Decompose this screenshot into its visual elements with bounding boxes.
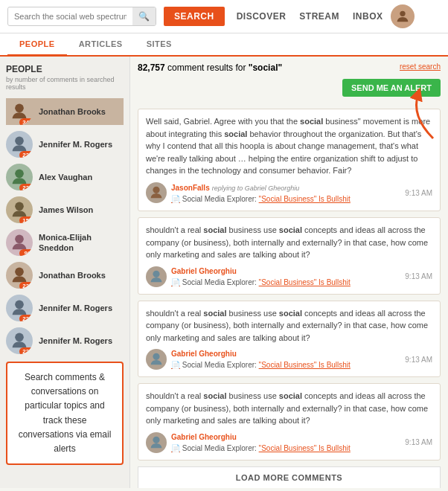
svg-point-0 bbox=[400, 11, 405, 16]
user-avatar[interactable] bbox=[391, 4, 415, 28]
nav-stream[interactable]: STREAM bbox=[299, 11, 339, 22]
person-name: Jennifer M. Rogers bbox=[39, 336, 112, 346]
avatar: 236 bbox=[6, 327, 33, 354]
comment-time: 9:13 AM bbox=[405, 354, 432, 365]
svg-point-7 bbox=[15, 301, 24, 309]
comment-count: 156 bbox=[19, 216, 33, 223]
tab-people[interactable]: PEOPLE bbox=[7, 33, 67, 57]
nav-inbox[interactable]: INBOX bbox=[353, 11, 383, 22]
comment-count: 236 bbox=[19, 347, 33, 354]
main-layout: PEOPLE by number of comments in searched… bbox=[0, 57, 448, 488]
svg-point-5 bbox=[15, 235, 24, 244]
comment-info: JasonFalls replying to Gabriel Gheorghiu… bbox=[171, 182, 400, 205]
content-area: 82,757 comment results for "social" rese… bbox=[130, 57, 448, 488]
comment-text: shouldn't a real social business use soc… bbox=[146, 307, 432, 344]
svg-point-2 bbox=[15, 137, 24, 146]
person-item[interactable]: 236 Jonathan Brooks bbox=[6, 262, 124, 289]
comment-author: JasonFalls replying to Gabriel Gheorghiu bbox=[171, 182, 400, 194]
person-name: Jonathan Brooks bbox=[39, 106, 106, 117]
sidebar: PEOPLE by number of comments in searched… bbox=[0, 57, 130, 488]
comment-source: 📄 Social Media Explorer: "Social Busines… bbox=[171, 193, 400, 205]
svg-point-8 bbox=[15, 333, 24, 342]
commenter-avatar bbox=[146, 349, 167, 370]
svg-point-11 bbox=[153, 353, 159, 360]
search-input[interactable] bbox=[8, 8, 132, 25]
avatar: 236 bbox=[6, 131, 33, 158]
comment-info: Gabriel Gheorghiu 📄 Social Media Explore… bbox=[171, 266, 400, 288]
comment-author: Gabriel Gheorghiu bbox=[171, 348, 400, 359]
tooltip-box: Search comments & conversations on parti… bbox=[6, 362, 124, 465]
comment-card: shouldn't a real social business use soc… bbox=[138, 217, 441, 295]
comment-count: 98 bbox=[19, 249, 33, 256]
person-item[interactable]: 345 Jonathan Brooks bbox=[6, 98, 124, 125]
comment-count: 236 bbox=[19, 151, 33, 158]
comment-card: Well said, Gabriel. Agree with you that … bbox=[138, 109, 441, 211]
person-item[interactable]: 236 Jennifer M. Rogers bbox=[6, 295, 124, 321]
tab-sites[interactable]: SITES bbox=[135, 33, 184, 57]
results-query: "social" bbox=[249, 62, 282, 73]
svg-point-9 bbox=[153, 187, 159, 193]
comment-time: 9:13 AM bbox=[405, 437, 432, 448]
comment-time: 9:13 AM bbox=[405, 271, 432, 282]
comment-author: Gabriel Gheorghiu bbox=[171, 431, 400, 443]
svg-point-3 bbox=[15, 170, 24, 179]
tabs-bar: PEOPLE ARTICLES SITES bbox=[0, 33, 448, 57]
comment-text: shouldn't a real social business use soc… bbox=[146, 390, 432, 427]
person-name: Jennifer M. Rogers bbox=[39, 139, 112, 150]
comment-source: 📄 Social Media Explorer: "Social Busines… bbox=[171, 277, 400, 288]
comment-count: 222 bbox=[19, 184, 33, 190]
sidebar-subtitle: by number of comments in searched result… bbox=[6, 76, 124, 91]
commenter-avatar bbox=[146, 432, 167, 453]
comment-info: Gabriel Gheorghiu 📄 Social Media Explore… bbox=[171, 348, 400, 370]
comment-meta: Gabriel Gheorghiu 📄 Social Media Explore… bbox=[146, 431, 432, 454]
avatar: 345 bbox=[6, 98, 33, 125]
person-item[interactable]: 222 Alex Vaughan bbox=[6, 164, 124, 190]
person-item[interactable]: 236 Jennifer M. Rogers bbox=[6, 131, 124, 158]
avatar: 222 bbox=[6, 164, 33, 190]
svg-point-10 bbox=[153, 270, 159, 277]
person-item[interactable]: 236 Jennifer M. Rogers bbox=[6, 327, 124, 354]
nav-discover[interactable]: DISCOVER bbox=[237, 11, 287, 22]
nav-links: DISCOVER STREAM INBOX bbox=[237, 11, 383, 22]
commenter-avatar bbox=[146, 182, 167, 203]
load-more-button[interactable]: LOAD MORE COMMENTS bbox=[138, 466, 441, 489]
comment-card: shouldn't a real social business use soc… bbox=[138, 301, 441, 378]
comment-meta: Gabriel Gheorghiu 📄 Social Media Explore… bbox=[146, 348, 432, 370]
comment-text: shouldn't a real social business use soc… bbox=[146, 224, 432, 261]
avatar: 236 bbox=[6, 262, 33, 289]
svg-point-12 bbox=[153, 436, 159, 443]
tab-articles[interactable]: ARTICLES bbox=[67, 33, 135, 57]
commenter-avatar bbox=[146, 266, 167, 287]
search-button[interactable]: SEARCH bbox=[164, 7, 225, 26]
person-name: Monica-Elijah Sneddon bbox=[39, 232, 124, 254]
avatar: 98 bbox=[6, 229, 33, 256]
avatar: 236 bbox=[6, 295, 33, 321]
results-count: 82,757 bbox=[138, 62, 165, 73]
alert-button[interactable]: SEND ME AN ALERT bbox=[342, 79, 441, 97]
person-name: James Wilson bbox=[39, 205, 93, 215]
comment-info: Gabriel Gheorghiu 📄 Social Media Explore… bbox=[171, 431, 400, 454]
comment-text: Well said, Gabriel. Agree with you that … bbox=[146, 115, 432, 177]
person-name: Jonathan Brooks bbox=[39, 270, 106, 280]
svg-point-4 bbox=[15, 202, 24, 211]
comment-count: 236 bbox=[19, 282, 33, 289]
svg-point-1 bbox=[15, 104, 24, 113]
search-bar: 🔍 bbox=[7, 7, 156, 26]
comment-meta: JasonFalls replying to Gabriel Gheorghiu… bbox=[146, 182, 432, 205]
comment-time: 9:13 AM bbox=[405, 187, 432, 199]
comment-count: 236 bbox=[19, 315, 33, 321]
comment-author: Gabriel Gheorghiu bbox=[171, 266, 400, 277]
comment-card: shouldn't a real social business use soc… bbox=[138, 383, 441, 460]
comment-source: 📄 Social Media Explorer: "Social Busines… bbox=[171, 359, 400, 370]
comment-source: 📄 Social Media Explorer: "Social Busines… bbox=[171, 443, 400, 454]
sidebar-title: PEOPLE bbox=[6, 64, 124, 74]
person-item[interactable]: 156 James Wilson bbox=[6, 196, 124, 223]
reset-search-link[interactable]: reset search bbox=[400, 62, 441, 71]
person-name: Alex Vaughan bbox=[39, 172, 92, 182]
search-icon-btn[interactable]: 🔍 bbox=[132, 7, 156, 25]
results-header: 82,757 comment results for "social" rese… bbox=[138, 62, 441, 73]
person-item[interactable]: 98 Monica-Elijah Sneddon bbox=[6, 229, 124, 256]
results-label: comment results for bbox=[167, 62, 249, 73]
comment-count: 345 bbox=[19, 118, 33, 125]
person-name: Jennifer M. Rogers bbox=[39, 303, 112, 313]
